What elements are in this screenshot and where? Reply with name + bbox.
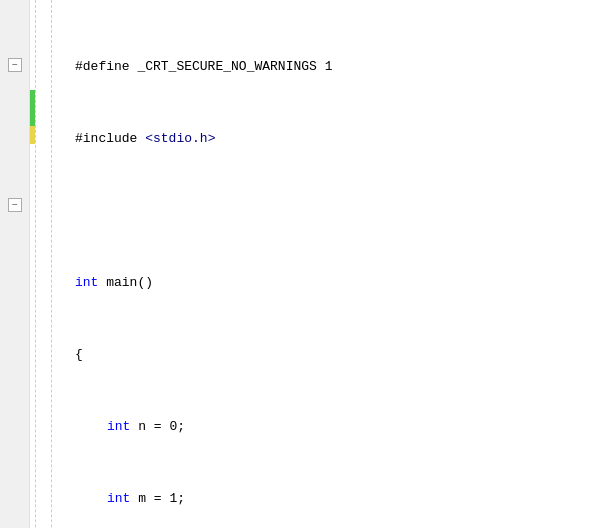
token: n = 0; [130,418,185,436]
token: main() [98,274,153,292]
fold-main[interactable]: − [8,58,22,72]
token: #define _CRT_SECURE_NO_WARNINGS 1 [75,58,332,76]
code-line-4: int main() [75,274,602,292]
token: { [75,346,83,364]
token: int [107,490,130,508]
code-content: #define _CRT_SECURE_NO_WARNINGS 1 #inclu… [67,0,602,528]
indent-guide-2 [51,0,67,528]
code-editor: − − [0,0,602,528]
fold-for[interactable]: − [8,198,22,212]
code-line-5: { [75,346,602,364]
code-line-2: #include <stdio.h> [75,130,602,148]
token: int [75,274,98,292]
code-line-1: #define _CRT_SECURE_NO_WARNINGS 1 [75,58,602,76]
gutter: − − [0,0,30,528]
token: <stdio.h> [145,130,215,148]
code-area: − − [0,0,602,528]
indent-guide-1 [35,0,51,528]
token: int [107,418,130,436]
code-line-7: int m = 1; [75,490,602,508]
code-line-3 [75,202,602,220]
token: m = 1; [130,490,185,508]
code-line-6: int n = 0; [75,418,602,436]
token: #include [75,130,145,148]
